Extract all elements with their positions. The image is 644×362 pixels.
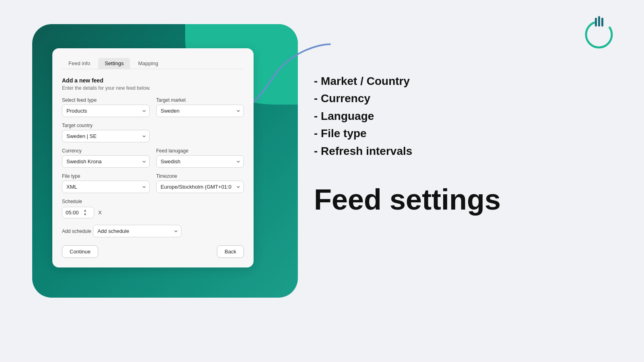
schedule-time-input[interactable] bbox=[66, 210, 82, 216]
svg-rect-2 bbox=[595, 18, 597, 27]
feed-language-label: Feed lanugage bbox=[156, 148, 244, 154]
app-logo bbox=[580, 13, 618, 51]
schedule-time-row: ▲ ▼ X bbox=[62, 207, 244, 218]
modal-footer: Continue Back bbox=[62, 245, 244, 258]
add-schedule-select[interactable]: Add schedule bbox=[93, 225, 182, 237]
file-type-select[interactable]: XML bbox=[62, 181, 150, 193]
currency-group: Currency Swedish Krona bbox=[62, 148, 150, 168]
currency-select[interactable]: Swedish Krona bbox=[62, 155, 150, 168]
feature-item-3: - Language bbox=[314, 107, 620, 125]
time-up-button[interactable]: ▲ bbox=[83, 209, 87, 212]
feed-language-select[interactable]: Swedish bbox=[156, 155, 244, 168]
tab-mapping[interactable]: Mapping bbox=[132, 58, 165, 69]
target-market-select[interactable]: Sweden bbox=[156, 105, 244, 117]
currency-label: Currency bbox=[62, 148, 150, 154]
schedule-section: Schedule ▲ ▼ X bbox=[62, 199, 244, 218]
timezone-select[interactable]: Europe/Stockholm (GMT+01:00) bbox=[156, 181, 244, 193]
add-schedule-label: Add schedule bbox=[62, 228, 91, 234]
right-content: - Market / Country - Currency - Language… bbox=[314, 72, 620, 216]
tab-bar: Feed info Settings Mapping bbox=[62, 58, 244, 69]
svg-rect-3 bbox=[598, 16, 600, 27]
feed-language-group: Feed lanugage Swedish bbox=[156, 148, 244, 168]
feature-item-5: - Refresh intervals bbox=[314, 142, 620, 160]
feature-item-4: - File type bbox=[314, 125, 620, 142]
add-schedule-section: Add schedule Add schedule bbox=[62, 223, 244, 237]
time-input-wrapper: ▲ ▼ bbox=[62, 207, 94, 218]
modal-card: Feed info Settings Mapping Add a new fee… bbox=[52, 48, 254, 267]
timezone-label: Timezone bbox=[156, 173, 244, 179]
file-type-label: File type bbox=[62, 173, 150, 179]
target-market-label: Target market bbox=[156, 97, 244, 103]
feed-type-label: Select feed type bbox=[62, 97, 150, 103]
continue-button[interactable]: Continue bbox=[62, 245, 98, 258]
time-down-button[interactable]: ▼ bbox=[83, 213, 87, 216]
target-country-label: Target country bbox=[62, 123, 150, 128]
target-country-group: Target country Sweden | SE bbox=[62, 123, 150, 142]
tab-settings[interactable]: Settings bbox=[98, 58, 130, 69]
form-title: Add a new feed bbox=[62, 77, 244, 84]
feed-type-group: Select feed type Products bbox=[62, 97, 150, 117]
feature-item-1: - Market / Country bbox=[314, 72, 620, 90]
feature-item-2: - Currency bbox=[314, 90, 620, 107]
remove-schedule-button[interactable]: X bbox=[97, 208, 103, 217]
feed-type-select[interactable]: Products bbox=[62, 105, 150, 117]
schedule-label: Schedule bbox=[62, 199, 244, 204]
file-type-group: File type XML bbox=[62, 173, 150, 193]
time-stepper: ▲ ▼ bbox=[83, 209, 87, 216]
form-subtitle: Enter the details for your new feed belo… bbox=[62, 85, 244, 91]
target-market-group: Target market Sweden bbox=[156, 97, 244, 117]
logo-area bbox=[580, 13, 620, 53]
target-country-select[interactable]: Sweden | SE bbox=[62, 130, 150, 142]
page-title: Feed settings bbox=[314, 184, 620, 216]
form-grid: Select feed type Products Target market … bbox=[62, 97, 244, 193]
tab-feed-info[interactable]: Feed info bbox=[62, 58, 97, 69]
svg-rect-4 bbox=[601, 18, 603, 27]
back-button[interactable]: Back bbox=[217, 245, 244, 258]
empty-spacer bbox=[156, 123, 244, 142]
timezone-group: Timezone Europe/Stockholm (GMT+01:00) bbox=[156, 173, 244, 193]
feature-list: - Market / Country - Currency - Language… bbox=[314, 72, 620, 160]
